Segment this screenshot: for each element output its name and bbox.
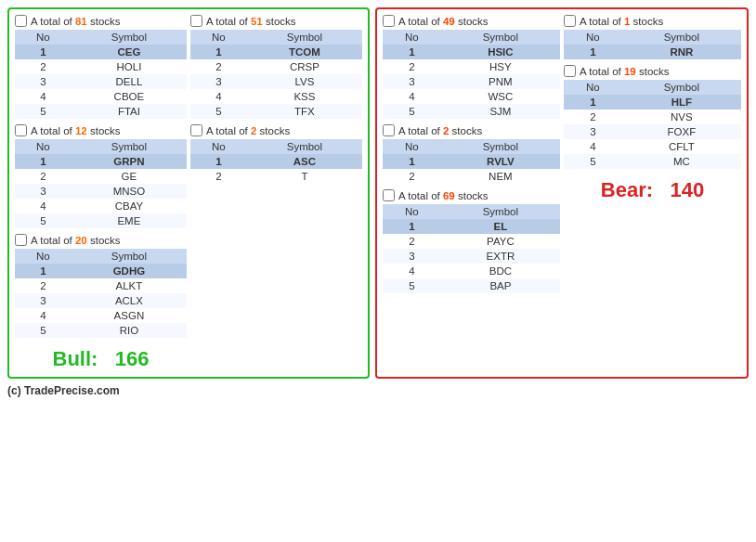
table-row: 3LVS bbox=[190, 74, 362, 89]
bull-table-12-checkbox[interactable] bbox=[15, 124, 27, 136]
bull-table-20-wrapper: A total of 20 stocks No Symbol 1GDHG 2AL… bbox=[15, 234, 187, 338]
bull-panel: A total of 81 stocks No Symbol 1CEG 2HOL… bbox=[7, 7, 370, 379]
table-row: 4CBAY bbox=[15, 199, 187, 213]
bear-table-49-checkbox[interactable] bbox=[383, 15, 395, 27]
bull-table-81-checkbox[interactable] bbox=[15, 15, 27, 27]
table-row: 3PNM bbox=[383, 74, 560, 89]
bear-table-19-label: A total of 19 stocks bbox=[580, 66, 670, 77]
table-row: 4BDC bbox=[383, 264, 560, 278]
col-symbol: Symbol bbox=[441, 30, 560, 45]
bull-table-51-count: 51 bbox=[251, 16, 263, 27]
bear-table-49-header: A total of 49 stocks bbox=[383, 15, 560, 27]
bear-table-69-checkbox[interactable] bbox=[383, 189, 395, 201]
bull-table-81-count: 81 bbox=[75, 16, 87, 27]
bear-table-1-wrapper: A total of 1 stocks No Symbol 1RNR bbox=[564, 15, 741, 59]
table-row: 3FOXF bbox=[564, 124, 741, 139]
bear-table-19-header: A total of 19 stocks bbox=[564, 65, 741, 77]
bull-table-2-label: A total of 2 stocks bbox=[206, 125, 290, 136]
table-row: 5EME bbox=[15, 213, 187, 228]
table-row: 1RVLV bbox=[383, 154, 560, 169]
bull-table-51-header: A total of 51 stocks bbox=[190, 15, 362, 27]
table-row: 4WSC bbox=[383, 89, 560, 104]
bull-table-20-header: A total of 20 stocks bbox=[15, 234, 187, 246]
bear-panel: A total of 49 stocks No Symbol 1HSIC 2HS… bbox=[375, 7, 749, 379]
bull-table-12-count: 12 bbox=[75, 125, 87, 136]
table-row: 5SJM bbox=[383, 104, 560, 119]
bear-table-69-count: 69 bbox=[443, 190, 455, 201]
table-row: 2NEM bbox=[383, 169, 560, 184]
col-no: No bbox=[564, 30, 622, 45]
bear-table-69: No Symbol 1EL 2PAYC 3EXTR 4BDC 5BAP bbox=[383, 204, 560, 293]
table-row: 5TFX bbox=[190, 104, 362, 119]
bull-table-81-header: A total of 81 stocks bbox=[15, 15, 187, 27]
bear-table-2-header: A total of 2 stocks bbox=[383, 124, 560, 136]
col-symbol: Symbol bbox=[622, 30, 741, 45]
bull-table-2-header: A total of 2 stocks bbox=[190, 124, 362, 136]
bear-table-2-label: A total of 2 stocks bbox=[398, 125, 482, 136]
col-symbol: Symbol bbox=[441, 204, 560, 219]
table-row: 5MC bbox=[564, 154, 741, 169]
bear-table-2: No Symbol 1RVLV 2NEM bbox=[383, 139, 560, 184]
col-symbol: Symbol bbox=[247, 139, 362, 154]
table-row: 2NVS bbox=[564, 110, 741, 124]
bull-table-81: No Symbol 1CEG 2HOLI 3DELL 4CBOE 5FTAI bbox=[15, 30, 187, 119]
table-row: 2T bbox=[190, 169, 362, 184]
bear-table-49-label: A total of 49 stocks bbox=[398, 16, 489, 27]
bull-total-label: Bull: 166 bbox=[15, 347, 187, 371]
bull-table-2-checkbox[interactable] bbox=[190, 124, 202, 136]
bear-table-1-label: A total of 1 stocks bbox=[580, 16, 663, 27]
table-row: 3EXTR bbox=[383, 249, 560, 264]
col-no: No bbox=[383, 139, 441, 154]
bull-table-51-checkbox[interactable] bbox=[190, 15, 202, 27]
col-no: No bbox=[15, 139, 72, 154]
col-no: No bbox=[383, 204, 441, 219]
bear-table-19: No Symbol 1HLF 2NVS 3FOXF 4CFLT 5MC bbox=[564, 80, 741, 169]
bear-table-69-header: A total of 69 stocks bbox=[383, 189, 560, 201]
bear-table-2-checkbox[interactable] bbox=[383, 124, 395, 136]
col-no: No bbox=[383, 30, 441, 45]
bull-col-2: A total of 51 stocks No Symbol 1TCOM 2CR… bbox=[190, 15, 362, 371]
bull-table-20-count: 20 bbox=[75, 235, 87, 246]
bull-table-20-label: A total of 20 stocks bbox=[31, 235, 121, 246]
table-row: 3MNSO bbox=[15, 184, 187, 199]
bull-table-81-wrapper: A total of 81 stocks No Symbol 1CEG 2HOL… bbox=[15, 15, 187, 119]
bull-table-81-label: A total of 81 stocks bbox=[31, 16, 121, 27]
bull-table-20-checkbox[interactable] bbox=[15, 234, 27, 246]
table-row: 1GDHG bbox=[15, 264, 187, 278]
table-row: 2HOLI bbox=[15, 59, 187, 74]
col-no: No bbox=[15, 30, 72, 45]
col-no: No bbox=[15, 249, 72, 264]
table-row: 5RIO bbox=[15, 323, 187, 338]
col-symbol: Symbol bbox=[72, 139, 187, 154]
bear-table-2-wrapper: A total of 2 stocks No Symbol 1RVLV 2NEM bbox=[383, 124, 560, 184]
bull-table-20: No Symbol 1GDHG 2ALKT 3ACLX 4ASGN 5RIO bbox=[15, 249, 187, 338]
table-row: 4KSS bbox=[190, 89, 362, 104]
col-symbol: Symbol bbox=[247, 30, 362, 45]
table-row: 1HLF bbox=[564, 95, 741, 110]
bear-table-1-checkbox[interactable] bbox=[564, 15, 576, 27]
bull-table-12-label: A total of 12 stocks bbox=[31, 125, 121, 136]
bull-table-2: No Symbol 1ASC 2T bbox=[190, 139, 362, 184]
table-row: 1RNR bbox=[564, 45, 741, 59]
bull-table-51: No Symbol 1TCOM 2CRSP 3LVS 4KSS 5TFX bbox=[190, 30, 362, 119]
table-row: 2HSY bbox=[383, 59, 560, 74]
bull-table-12: No Symbol 1GRPN 2GE 3MNSO 4CBAY 5EME bbox=[15, 139, 187, 228]
table-row: 5BAP bbox=[383, 278, 560, 293]
bear-left: A total of 49 stocks No Symbol 1HSIC 2HS… bbox=[383, 15, 560, 371]
bear-table-49: No Symbol 1HSIC 2HSY 3PNM 4WSC 5SJM bbox=[383, 30, 560, 119]
col-symbol: Symbol bbox=[622, 80, 741, 95]
table-row: 3ACLX bbox=[15, 293, 187, 308]
bear-table-2-count: 2 bbox=[443, 125, 449, 136]
table-row: 2GE bbox=[15, 169, 187, 184]
bull-inner: A total of 81 stocks No Symbol 1CEG 2HOL… bbox=[15, 15, 362, 371]
bull-table-51-label: A total of 51 stocks bbox=[206, 16, 296, 27]
bear-table-69-label: A total of 69 stocks bbox=[398, 190, 489, 201]
main-container: A total of 81 stocks No Symbol 1CEG 2HOL… bbox=[7, 7, 749, 379]
bear-table-19-count: 19 bbox=[624, 66, 636, 77]
table-row: 2CRSP bbox=[190, 59, 362, 74]
table-row: 3DELL bbox=[15, 74, 187, 89]
table-row: 1GRPN bbox=[15, 154, 187, 169]
bear-table-49-wrapper: A total of 49 stocks No Symbol 1HSIC 2HS… bbox=[383, 15, 560, 119]
bear-table-19-checkbox[interactable] bbox=[564, 65, 576, 77]
footer: (c) TradePrecise.com bbox=[7, 384, 749, 397]
